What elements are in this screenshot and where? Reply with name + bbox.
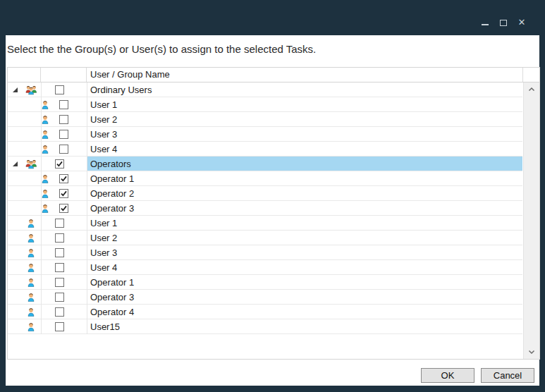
- row-label: Operator 3: [90, 201, 134, 216]
- user-icon-wrap: [39, 174, 51, 183]
- row-label: User15: [90, 319, 120, 334]
- table-header: User / Group Name: [8, 68, 539, 82]
- row-checkbox[interactable]: [55, 322, 64, 331]
- close-icon[interactable]: ✕: [517, 18, 527, 27]
- cancel-button[interactable]: Cancel: [481, 368, 534, 383]
- tree-row[interactable]: User15: [8, 319, 522, 334]
- row-label: User 2: [90, 231, 117, 245]
- user-icon-wrap: [25, 263, 37, 272]
- user-icon: [42, 145, 49, 154]
- titlebar: ✕: [0, 0, 545, 35]
- row-checkbox[interactable]: [55, 233, 64, 243]
- user-icon: [27, 263, 35, 272]
- tree-row[interactable]: User 3: [8, 127, 522, 142]
- tree-row[interactable]: User 3: [8, 245, 522, 260]
- tree-row[interactable]: Operator 3: [8, 290, 522, 305]
- row-checkbox[interactable]: [59, 204, 68, 213]
- scroll-up-icon[interactable]: [524, 84, 539, 94]
- row-checkbox[interactable]: [55, 248, 64, 257]
- tree-row[interactable]: User 1: [8, 97, 522, 112]
- scroll-down-icon[interactable]: [524, 347, 539, 357]
- row-label: User 3: [90, 127, 117, 142]
- user-icon-wrap: [25, 219, 37, 228]
- header-cell-checkbox: [41, 68, 87, 82]
- dialog-window: { "window": { "title": "", "controls": […: [0, 0, 545, 392]
- row-checkbox[interactable]: [55, 293, 64, 302]
- row-checkbox[interactable]: [55, 278, 64, 287]
- user-icon-wrap: [25, 248, 37, 257]
- tree-row[interactable]: Operators: [8, 157, 522, 171]
- row-checkbox[interactable]: [55, 85, 64, 94]
- user-icon-wrap: [39, 189, 51, 198]
- row-checkbox[interactable]: [59, 189, 68, 198]
- row-checkbox[interactable]: [59, 145, 68, 154]
- row-checkbox[interactable]: [59, 174, 68, 183]
- row-checkbox[interactable]: [55, 307, 64, 317]
- user-icon: [27, 322, 35, 331]
- tree-row[interactable]: User 4: [8, 260, 522, 275]
- rows: Ordinary Users User 1 User 2 User 3 User…: [8, 82, 522, 334]
- row-label: Operator 1: [90, 171, 134, 186]
- group-icon: [25, 159, 37, 169]
- user-icon: [27, 278, 35, 287]
- dialog-content: Select the the Group(s) or User(s) to as…: [6, 35, 539, 386]
- maximize-icon[interactable]: [498, 18, 508, 27]
- row-checkbox[interactable]: [55, 219, 64, 228]
- row-label: Ordinary Users: [90, 82, 152, 97]
- group-icon-wrap: [25, 159, 37, 169]
- row-checkbox[interactable]: [59, 100, 68, 109]
- group-icon-wrap: [25, 85, 37, 95]
- tree-row[interactable]: User 4: [8, 142, 522, 157]
- check-icon: [60, 175, 68, 183]
- expander-icon[interactable]: [13, 87, 18, 92]
- user-icon: [42, 115, 49, 124]
- tree-row[interactable]: Ordinary Users: [8, 82, 522, 97]
- row-checkbox[interactable]: [59, 130, 68, 139]
- user-icon-wrap: [25, 233, 37, 243]
- user-icon-wrap: [25, 293, 37, 302]
- user-icon: [27, 307, 35, 317]
- tree-row[interactable]: User 2: [8, 231, 522, 245]
- user-icon-wrap: [25, 322, 37, 331]
- header-cell-name[interactable]: User / Group Name: [87, 68, 523, 82]
- user-icon: [27, 293, 35, 302]
- header-cell-scroll: [523, 68, 539, 82]
- row-checkbox[interactable]: [55, 263, 64, 272]
- window-controls: ✕: [480, 18, 527, 27]
- tree-row[interactable]: Operator 4: [8, 305, 522, 319]
- row-label: Operators: [90, 157, 131, 171]
- group-icon: [25, 85, 37, 95]
- tree-row[interactable]: User 1: [8, 216, 522, 231]
- tree-row[interactable]: Operator 2: [8, 186, 522, 201]
- tree-row[interactable]: Operator 1: [8, 275, 522, 290]
- user-icon-wrap: [39, 100, 51, 109]
- ok-button[interactable]: OK: [421, 368, 474, 383]
- user-icon-wrap: [25, 307, 37, 317]
- row-checkbox[interactable]: [59, 115, 68, 124]
- row-label: User 3: [90, 245, 117, 260]
- user-icon-wrap: [39, 204, 51, 213]
- minimize-icon[interactable]: [480, 18, 490, 27]
- row-label: User 1: [90, 216, 117, 231]
- row-label: User 2: [90, 112, 117, 127]
- user-icon: [27, 248, 35, 257]
- user-icon-wrap: [39, 115, 51, 124]
- user-icon: [42, 189, 49, 198]
- check-icon: [60, 204, 68, 212]
- maximize-glyph: [500, 20, 507, 26]
- user-icon: [27, 219, 35, 228]
- row-label: Operator 2: [90, 186, 134, 201]
- user-icon: [42, 100, 49, 109]
- row-label: User 4: [90, 142, 117, 157]
- tree-row[interactable]: User 2: [8, 112, 522, 127]
- check-icon: [60, 190, 68, 197]
- check-icon: [56, 160, 63, 168]
- row-label: User 1: [90, 97, 117, 112]
- tree-row[interactable]: Operator 1: [8, 171, 522, 186]
- vertical-scrollbar[interactable]: [523, 82, 539, 359]
- expander-icon[interactable]: [13, 161, 18, 166]
- tree-row[interactable]: Operator 3: [8, 201, 522, 216]
- row-checkbox[interactable]: [55, 159, 64, 169]
- user-icon: [42, 130, 49, 139]
- instruction-text: Select the the Group(s) or User(s) to as…: [7, 43, 316, 55]
